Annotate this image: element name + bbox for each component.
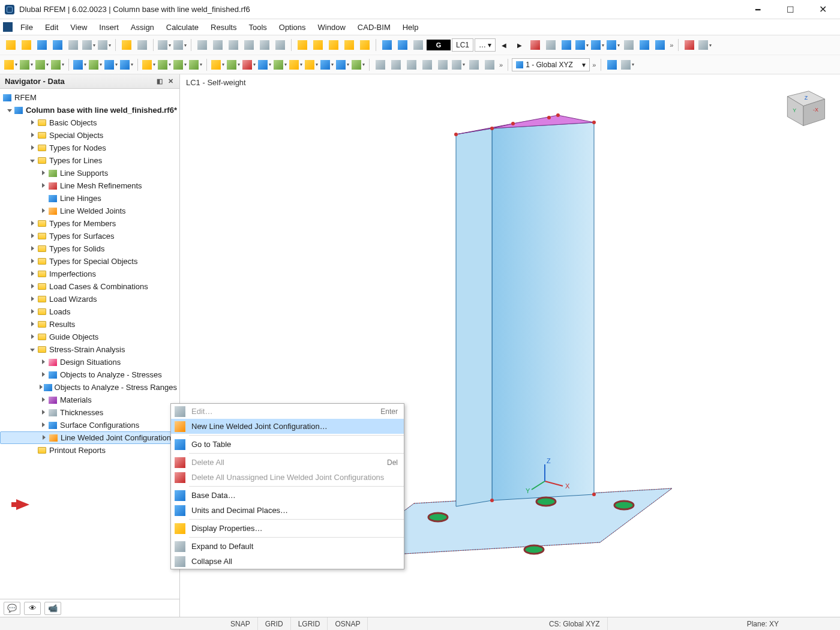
tb2-e-4[interactable] xyxy=(436,58,450,72)
tree-item-guide-objects[interactable]: Guide Objects xyxy=(0,331,179,343)
tree-item-thicknesses[interactable]: Thicknesses xyxy=(0,406,179,419)
tree-item-line-welded-joints[interactable]: Line Welded Joints xyxy=(0,205,179,217)
tb1-sel-4[interactable] xyxy=(358,38,372,52)
ctx-go-to-table[interactable]: Go to Table xyxy=(171,437,404,452)
prev-lc-button[interactable]: ◀ xyxy=(497,38,511,52)
menu-window[interactable]: Window xyxy=(312,19,352,35)
menu-edit[interactable]: Edit xyxy=(39,19,64,35)
tb1-view-2[interactable] xyxy=(226,38,241,52)
status-snap[interactable]: SNAP xyxy=(223,617,258,630)
status-osnap[interactable]: OSNAP xyxy=(328,617,368,630)
footer-eye-icon[interactable]: 👁 xyxy=(24,602,41,615)
tb2-e-7[interactable] xyxy=(482,58,497,72)
tb1-view-0[interactable] xyxy=(195,38,209,52)
tree-item-special-objects[interactable]: Special Objects xyxy=(0,129,179,142)
tb2-e-6[interactable] xyxy=(467,58,481,72)
expand-toggle[interactable] xyxy=(28,157,37,164)
tree-item-loads[interactable]: Loads xyxy=(0,305,179,318)
tb2-c-0[interactable] xyxy=(142,58,156,72)
loadset-indicator[interactable]: G xyxy=(427,40,451,50)
tree-item-types-for-surfaces[interactable]: Types for Surfaces xyxy=(0,230,179,242)
tb2-d-1[interactable] xyxy=(226,58,241,72)
tb1-sel-0[interactable] xyxy=(295,38,310,52)
navigator-close-icon[interactable]: ✕ xyxy=(166,77,175,86)
tb2-b-2[interactable] xyxy=(104,58,118,72)
expand-toggle[interactable] xyxy=(28,119,37,126)
tb1-sel-3[interactable] xyxy=(342,38,356,52)
tb2-e-1[interactable] xyxy=(389,58,403,72)
coordinate-system-combo[interactable]: 1 - Global XYZ ▾ xyxy=(512,58,590,71)
tb2-d-4[interactable] xyxy=(273,58,287,72)
tb1-res-2[interactable] xyxy=(559,38,574,52)
expand-toggle[interactable] xyxy=(38,182,48,189)
tb1-view-4[interactable] xyxy=(257,38,272,52)
expand-toggle[interactable] xyxy=(28,334,37,340)
tree-item-line-supports[interactable]: Line Supports xyxy=(0,167,179,179)
tree-item-design-situations[interactable]: Design Situations xyxy=(0,356,179,368)
expand-toggle[interactable] xyxy=(28,220,37,227)
ctx-display-properties-[interactable]: Display Properties… xyxy=(171,521,404,536)
tb2-b-1[interactable] xyxy=(88,58,103,72)
tree-item-line-mesh-refinements[interactable]: Line Mesh Refinements xyxy=(0,179,179,192)
tb2-b-3[interactable] xyxy=(119,58,134,72)
tree-item-line-welded-joint-configurations[interactable]: Line Welded Joint Configurations xyxy=(0,431,179,444)
tb1-res-0[interactable] xyxy=(528,38,542,52)
expand-toggle[interactable] xyxy=(28,233,37,239)
tb1-view-5[interactable] xyxy=(273,38,287,52)
tb1-sel-2[interactable] xyxy=(326,38,341,52)
close-button[interactable]: ✕ xyxy=(812,2,833,17)
minimize-button[interactable]: ━ xyxy=(748,2,768,17)
expand-toggle[interactable] xyxy=(28,271,37,277)
expand-toggle[interactable] xyxy=(28,132,37,139)
tree-item-types-for-solids[interactable]: Types for Solids xyxy=(0,242,179,255)
tb1-btn-6[interactable] xyxy=(97,38,112,52)
menu-file[interactable]: File xyxy=(14,19,39,35)
ctx-units-and-decimal-places-[interactable]: Units and Decimal Places… xyxy=(171,503,404,518)
tb1-btn-2[interactable] xyxy=(35,38,49,52)
tb1-view-3[interactable] xyxy=(242,38,256,52)
tree-item-types-for-nodes[interactable]: Types for Nodes xyxy=(0,142,179,154)
tb2-d-3[interactable] xyxy=(257,58,272,72)
menu-view[interactable]: View xyxy=(64,19,93,35)
expand-toggle[interactable] xyxy=(38,409,48,416)
tree-model[interactable]: Column base with line weld_finished.rf6* xyxy=(0,104,179,116)
tb2-f-0[interactable] xyxy=(605,58,619,72)
tb2-e-5[interactable] xyxy=(451,58,466,72)
tree-item-types-for-lines[interactable]: Types for Lines xyxy=(0,154,179,167)
tb2-e-2[interactable] xyxy=(404,58,419,72)
menu-options[interactable]: Options xyxy=(273,19,312,35)
undo-button[interactable] xyxy=(157,38,172,52)
tb1-res-4[interactable] xyxy=(590,38,605,52)
redo-button[interactable] xyxy=(173,38,187,52)
tree-item-printout-reports[interactable]: Printout Reports xyxy=(0,444,179,457)
tb1-x-1[interactable] xyxy=(395,38,410,52)
expand-toggle[interactable] xyxy=(28,145,37,151)
view-cube[interactable]: -X Y Z xyxy=(776,80,830,128)
tb2-f-1[interactable] xyxy=(620,58,635,72)
tb1-res-1[interactable] xyxy=(544,38,558,52)
tree-item-types-for-members[interactable]: Types for Members xyxy=(0,217,179,230)
tb1-btn-4[interactable] xyxy=(66,38,80,52)
tb2-d-2[interactable] xyxy=(242,58,256,72)
next-lc-button[interactable]: ▶ xyxy=(512,38,527,52)
tb1-res-5[interactable] xyxy=(606,38,620,52)
tree-item-objects-to-analyze-stress-ranges[interactable]: Objects to Analyze - Stress Ranges xyxy=(0,381,179,394)
toolbar-overflow-icon[interactable]: » xyxy=(668,41,674,49)
tree-item-types-for-special-objects[interactable]: Types for Special Objects xyxy=(0,255,179,268)
expand-toggle[interactable] xyxy=(38,397,48,403)
tb1-btn-5[interactable] xyxy=(82,38,96,52)
tb2-d-9[interactable] xyxy=(351,58,365,72)
toolbar2-overflow2-icon[interactable]: » xyxy=(591,61,597,68)
menu-cad-bim[interactable]: CAD-BIM xyxy=(352,19,397,35)
tb2-d-5[interactable] xyxy=(289,58,303,72)
tb1-print-0[interactable] xyxy=(119,38,134,52)
tree-item-basic-objects[interactable]: Basic Objects xyxy=(0,116,179,129)
tb1-res-8[interactable] xyxy=(653,38,667,52)
expand-toggle[interactable] xyxy=(28,283,37,290)
tb1-sel-1[interactable] xyxy=(311,38,325,52)
expand-toggle[interactable] xyxy=(28,245,37,252)
tb2-d-7[interactable] xyxy=(320,58,334,72)
navigator-pin-icon[interactable]: ◧ xyxy=(155,77,164,86)
footer-camera-icon[interactable]: 📹 xyxy=(44,602,61,615)
tb1-end-1[interactable] xyxy=(698,38,712,52)
